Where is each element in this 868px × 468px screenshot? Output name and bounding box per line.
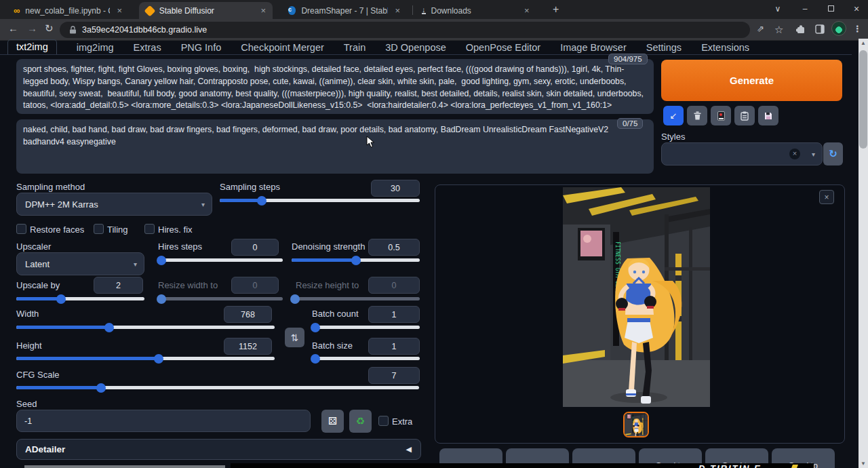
- generate-button[interactable]: Generate: [661, 60, 842, 101]
- sampling-steps-input[interactable]: 30: [371, 180, 420, 197]
- tab-settings[interactable]: Settings: [646, 42, 682, 55]
- resize-width-slider: [158, 297, 283, 300]
- reload-icon[interactable]: ↻: [45, 22, 54, 35]
- paste-params-button[interactable]: ↙: [663, 106, 684, 125]
- negative-prompt-input[interactable]: naked, child, bad hand, bad draw, bad dr…: [16, 119, 654, 174]
- chevron-down-icon: ▾: [812, 151, 815, 158]
- batch-size-slider[interactable]: [312, 357, 420, 360]
- browser-menu-kebab-icon[interactable]: ⋮: [853, 24, 862, 34]
- lock-icon: [69, 26, 77, 34]
- clear-styles-icon[interactable]: ×: [789, 149, 800, 159]
- extensions-puzzle-icon[interactable]: [796, 24, 806, 34]
- generated-image[interactable]: FITNESS GYM CLUB 2023: [563, 187, 710, 407]
- scroll-down-icon[interactable]: ▼: [859, 459, 868, 468]
- save-style-button[interactable]: [758, 106, 778, 125]
- close-tab-icon[interactable]: ×: [524, 5, 530, 16]
- sampling-steps-slider[interactable]: [220, 199, 420, 202]
- chevron-down-icon: ▾: [201, 201, 205, 208]
- resize-width-label: Resize width to: [158, 280, 218, 290]
- floppy-save-icon: [764, 112, 772, 120]
- tab-extensions[interactable]: Extensions: [701, 42, 749, 55]
- hires-steps-label: Hires steps: [158, 241, 202, 252]
- batch-size-input[interactable]: 1: [368, 338, 420, 355]
- styles-dropdown[interactable]: × ▾: [661, 142, 823, 165]
- extra-seed-checkbox[interactable]: [378, 416, 389, 426]
- stable-diffusion-webui: txt2img img2img Extras PNG Info Checkpoi…: [0, 41, 868, 468]
- close-tab-icon[interactable]: ×: [395, 5, 400, 16]
- denoising-input[interactable]: 0.5: [368, 239, 420, 256]
- height-input[interactable]: 1152: [224, 338, 272, 355]
- gallery-thumbnail-selected[interactable]: FITNESS GYM CLUB 2023: [623, 412, 649, 437]
- width-input[interactable]: 768: [224, 306, 272, 323]
- tab-extras[interactable]: Extras: [134, 42, 161, 55]
- tab-checkpoint-merger[interactable]: Checkpoint Merger: [241, 42, 324, 55]
- tab-separator: [412, 5, 413, 15]
- batch-count-input[interactable]: 1: [368, 306, 420, 323]
- cropped-panel-edge: [24, 465, 225, 468]
- close-gallery-button[interactable]: ×: [819, 190, 834, 204]
- tab-3d-openpose[interactable]: 3D Openpose: [385, 42, 446, 55]
- reuse-seed-button[interactable]: ♻: [349, 410, 372, 433]
- restore-faces-label: Restore faces: [30, 225, 84, 235]
- scrollbar-thumb[interactable]: [859, 50, 867, 149]
- browser-tab-dreamshaper[interactable]: c DreamShaper - 7 | Stable Diffusi ×: [281, 2, 407, 19]
- hires-steps-input[interactable]: 0: [231, 239, 279, 256]
- denoising-slider[interactable]: [292, 258, 420, 262]
- clear-prompt-button[interactable]: [687, 106, 707, 125]
- batch-count-slider[interactable]: [312, 326, 420, 329]
- upscale-by-input[interactable]: 2: [94, 277, 143, 294]
- watermark-mark: [791, 465, 798, 468]
- width-slider[interactable]: [16, 326, 275, 329]
- window-maximize-button[interactable]: [819, 0, 842, 19]
- extra-networks-button[interactable]: [711, 106, 731, 125]
- scroll-up-icon[interactable]: ▲: [859, 39, 868, 47]
- side-panel-icon[interactable]: [815, 24, 825, 34]
- tab-search-chevron-icon[interactable]: ∨: [766, 0, 789, 19]
- tab-divider: [0, 54, 852, 55]
- back-icon[interactable]: ←: [8, 22, 18, 34]
- tab-img2img[interactable]: img2img: [77, 42, 114, 55]
- close-tab-icon[interactable]: ×: [260, 5, 266, 16]
- browser-tab-downloads[interactable]: ↓ Downloads ×: [415, 2, 540, 19]
- share-icon[interactable]: ⇗: [757, 24, 764, 34]
- sampling-method-dropdown[interactable]: DPM++ 2M Karras ▾: [16, 193, 212, 216]
- apply-styles-button[interactable]: [734, 106, 755, 125]
- arrow-down-left-icon: ↙: [670, 111, 677, 121]
- tab-openpose-editor[interactable]: OpenPose Editor: [466, 42, 540, 55]
- tab-train[interactable]: Train: [344, 42, 366, 55]
- browser-tab-stable-diffusion[interactable]: Stable Diffusion ×: [139, 2, 273, 19]
- swap-dimensions-button[interactable]: ⇅: [285, 328, 304, 347]
- browser-tab-colab[interactable]: ∞ new_colab_file.ipynb - Colaborat ×: [7, 2, 129, 19]
- upscale-by-label: Upscale by: [16, 280, 60, 290]
- upscale-by-slider[interactable]: [16, 297, 144, 300]
- cfg-scale-slider[interactable]: [16, 386, 419, 389]
- url-bar[interactable]: 3a59ec42041dbb46cb.gradio.live: [60, 22, 750, 38]
- adetailer-accordion[interactable]: ADetailer ◀: [16, 439, 421, 460]
- cfg-scale-input[interactable]: 7: [368, 367, 420, 384]
- prompt-input[interactable]: sport shoes, fighter, fight, fight Glove…: [16, 59, 654, 114]
- seed-input[interactable]: -1: [16, 410, 311, 432]
- browser-profile-avatar[interactable]: [831, 21, 846, 36]
- tiling-checkbox[interactable]: [94, 224, 104, 234]
- refresh-styles-button[interactable]: ↻: [823, 142, 843, 165]
- bookmark-star-icon[interactable]: ☆: [774, 24, 783, 36]
- colab-icon: ∞: [14, 5, 20, 16]
- close-tab-icon[interactable]: ×: [117, 5, 122, 16]
- height-slider[interactable]: [16, 357, 275, 360]
- tab-png-info[interactable]: PNG Info: [181, 42, 222, 55]
- tiling-label: Tiling: [107, 225, 128, 235]
- restore-faces-checkbox[interactable]: [16, 224, 26, 234]
- webui-tab-strip: txt2img img2img Extras PNG Info Checkpoi…: [16, 41, 749, 55]
- cfg-scale-label: CFG Scale: [16, 370, 60, 380]
- window-close-button[interactable]: ×: [845, 0, 868, 19]
- tab-txt2img[interactable]: txt2img: [7, 39, 57, 55]
- height-label: Height: [16, 340, 42, 351]
- new-tab-button[interactable]: +: [553, 3, 559, 16]
- window-minimize-button[interactable]: –: [793, 0, 816, 19]
- forward-icon[interactable]: →: [27, 22, 37, 34]
- hires-steps-slider[interactable]: [158, 258, 283, 262]
- upscaler-dropdown[interactable]: Latent ▾: [16, 252, 144, 275]
- random-seed-button[interactable]: ⚄: [321, 410, 344, 433]
- gradio-icon: [144, 5, 155, 16]
- hires-fix-checkbox[interactable]: [144, 224, 155, 234]
